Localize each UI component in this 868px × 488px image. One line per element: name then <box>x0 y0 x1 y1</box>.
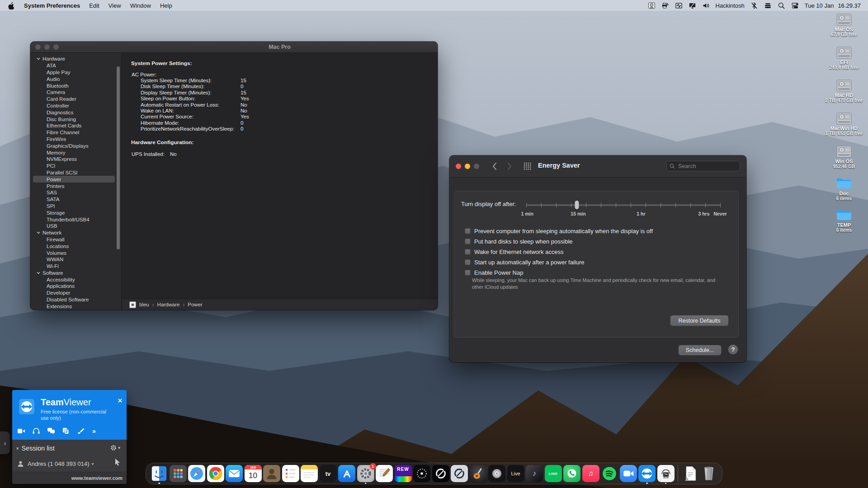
checkbox[interactable] <box>465 239 471 244</box>
dock-notes[interactable] <box>301 465 318 482</box>
close-button[interactable] <box>35 44 41 50</box>
dock-whatsapp[interactable] <box>563 465 580 482</box>
dock-app-store[interactable] <box>338 465 355 482</box>
desktop-icon-macwin-hd[interactable]: MacWin HD1 TB, 651 GB free <box>817 113 868 136</box>
zoom-button[interactable] <box>53 44 59 50</box>
sidebar-item-audio[interactable]: Audio <box>33 75 115 82</box>
back-button[interactable] <box>489 161 499 171</box>
chat-icon[interactable] <box>47 428 55 434</box>
sidebar-item-parallel-scsi[interactable]: Parallel SCSI <box>33 169 115 176</box>
dock-calendar[interactable]: JAN10 <box>245 465 262 482</box>
show-all-icon[interactable] <box>524 162 531 172</box>
sidebar-item-hardware[interactable]: Hardware <box>33 56 115 62</box>
menu-view[interactable]: View <box>108 2 121 9</box>
teamviewer-side-tab[interactable]: › <box>0 432 10 454</box>
bluetooth-off-icon[interactable] <box>750 2 758 9</box>
restore-defaults-button[interactable]: Restore Defaults <box>670 315 729 326</box>
dock-mail[interactable] <box>226 465 243 482</box>
sidebar-item-firewire[interactable]: FireWire <box>33 136 115 143</box>
dock-system-preferences[interactable]: 1 <box>357 465 374 482</box>
dock-textedit[interactable] <box>376 465 393 482</box>
sidebar-item-locations[interactable]: Locations <box>33 243 115 249</box>
sidebar-item-controller[interactable]: Controller <box>33 103 115 109</box>
menu-window[interactable]: Window <box>130 2 151 9</box>
sidebar-item-ata[interactable]: ATA <box>33 62 115 69</box>
dock-garageband[interactable] <box>470 465 487 482</box>
sidebar-item-thunderbolt-usb4[interactable]: Thunderbolt/USB4 <box>33 216 115 223</box>
energy-titlebar[interactable]: Energy Saver <box>449 155 746 178</box>
sidebar-item-applications[interactable]: Applications <box>33 283 115 290</box>
sidebar-item-sas[interactable]: SAS <box>33 189 115 196</box>
minimize-button[interactable] <box>465 164 470 169</box>
close-button[interactable] <box>456 164 461 169</box>
search-field[interactable] <box>666 161 740 171</box>
menu-clock[interactable]: Tue 10 Jan 16.29.37 <box>805 2 861 9</box>
dock-rew[interactable]: REW <box>395 465 412 482</box>
sidebar-item-ethernet-cards[interactable]: Ethernet Cards <box>33 122 115 129</box>
sidebar-item-pci[interactable]: PCI <box>33 163 115 169</box>
sidebar-item-fibre-channel[interactable]: Fibre Channel <box>33 129 115 136</box>
dock-ableton-live[interactable]: Live <box>507 465 524 482</box>
desktop-icon-efi[interactable]: EFI243,4 MB free <box>817 47 868 70</box>
sidebar-item-apple-pay[interactable]: Apple Pay <box>33 69 115 76</box>
menu-edit[interactable]: Edit <box>89 2 99 9</box>
sidebar-item-diagnostics[interactable]: Diagnostics <box>33 109 115 116</box>
schedule-button[interactable]: Schedule... <box>678 345 722 356</box>
checkbox[interactable] <box>465 270 471 276</box>
dock-reminders[interactable] <box>282 465 299 482</box>
sidebar-item-fonts[interactable]: Fonts <box>33 310 115 310</box>
sidebar-item-bluetooth[interactable]: Bluetooth <box>33 82 115 89</box>
activity-monitor-icon[interactable] <box>675 2 683 9</box>
menu-system-preferences[interactable]: System Preferences <box>24 2 80 9</box>
dock-chip-tool[interactable] <box>657 465 675 482</box>
network-name[interactable]: Hackintosh <box>716 2 745 9</box>
dock-launchpad[interactable] <box>170 465 187 482</box>
forward-button[interactable] <box>505 161 514 171</box>
session-user-row[interactable]: Andres (1 048 393 014) ▾ <box>12 458 127 469</box>
minimize-button[interactable] <box>44 44 50 50</box>
checkbox[interactable] <box>465 228 471 234</box>
breadcrumb-power[interactable]: Power <box>188 302 203 307</box>
sidebar-item-nvmexpress[interactable]: NVMExpress <box>33 156 115 163</box>
time-machine-icon[interactable] <box>648 2 656 9</box>
dock-audio-plugin-dark[interactable] <box>432 465 449 482</box>
sidebar-item-sata[interactable]: SATA <box>33 196 115 203</box>
sidebar-item-wi-fi[interactable]: Wi-Fi <box>33 263 115 270</box>
dock-logic-pro[interactable] <box>488 465 505 482</box>
sidebar-scrollbar[interactable] <box>117 66 120 249</box>
sidebar-item-memory[interactable]: Memory <box>33 149 115 156</box>
apple-menu-icon[interactable] <box>8 2 15 9</box>
desktop-icon-win-os[interactable]: Win OS952,46 GB <box>817 145 868 169</box>
sidebar-item-disc-burning[interactable]: Disc Burning <box>33 116 115 122</box>
sidebar-item-spi[interactable]: SPI <box>33 203 115 210</box>
sidebar-item-firewall[interactable]: Firewall <box>33 236 115 243</box>
dock-contacts[interactable] <box>263 465 280 482</box>
dock-safari[interactable] <box>188 465 205 482</box>
breadcrumb-hardware[interactable]: Hardware <box>157 302 180 307</box>
zoom-button[interactable] <box>474 164 479 169</box>
sidebar-item-network[interactable]: Network <box>33 230 115 236</box>
printer-icon[interactable] <box>661 2 669 9</box>
breadcrumb-bleu[interactable]: bleu <box>139 302 149 307</box>
sidebar-item-wwan[interactable]: WWAN <box>33 256 115 263</box>
volume-icon[interactable] <box>702 2 710 9</box>
teamviewer-website-link[interactable]: www.teamviewer.com <box>71 475 123 481</box>
sidebar-item-usb[interactable]: USB <box>33 223 115 230</box>
sidebar-item-camera[interactable]: Camera <box>33 89 115 96</box>
close-icon[interactable]: × <box>118 397 122 404</box>
sidebar-item-accessibility[interactable]: Accessibility <box>33 276 115 283</box>
dock-trash[interactable] <box>700 465 717 482</box>
brush-icon[interactable] <box>77 428 85 434</box>
headset-icon[interactable] <box>33 428 40 434</box>
dock-audio-plugin-light[interactable] <box>451 465 468 482</box>
desktop-icon-mac-hd[interactable]: Mac HD2 TB, 470 GB free <box>817 80 868 103</box>
dock-apple-music[interactable]: ♫ <box>582 465 599 482</box>
sidebar-item-developer[interactable]: Developer <box>33 290 115 296</box>
dock-finder[interactable] <box>151 465 168 482</box>
desktop-icon-mac-os[interactable]: Mac OS67,9 GB free <box>817 14 868 37</box>
dock-spotify[interactable] <box>601 465 618 482</box>
dock-line[interactable]: LINE <box>545 465 562 482</box>
help-button[interactable]: ? <box>728 344 738 355</box>
search-input[interactable] <box>677 163 737 170</box>
sidebar-item-software[interactable]: Software <box>33 270 115 277</box>
